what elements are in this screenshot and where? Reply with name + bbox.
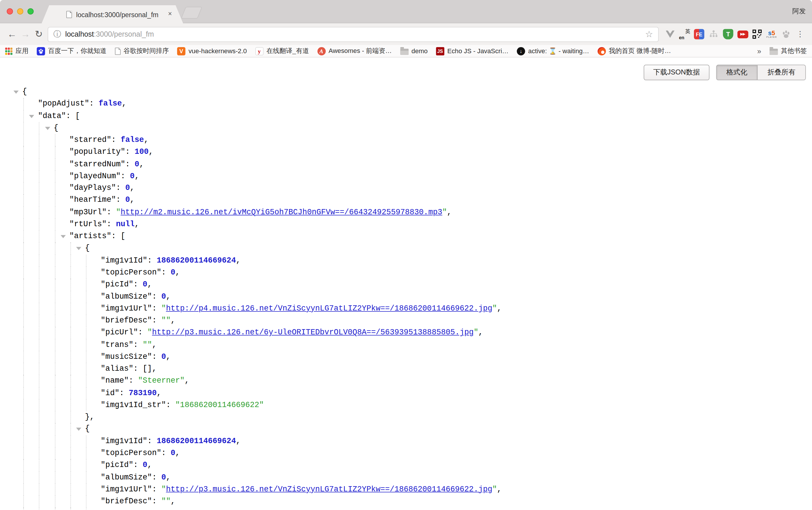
json-punctuation: , <box>478 328 483 337</box>
indent-guide <box>86 435 87 447</box>
json-line: "picId": 0, <box>0 459 812 471</box>
json-punctuation: , <box>171 317 175 325</box>
zoom-window-button[interactable] <box>27 8 33 14</box>
json-punctuation: , <box>157 389 162 397</box>
json-line: "trans": "", <box>0 339 812 351</box>
json-punctuation: , <box>497 485 502 494</box>
new-tab-button[interactable] <box>181 7 202 19</box>
json-punctuation: : <box>152 485 162 494</box>
bookmark-vue-hackernews[interactable]: V vue-hackernews-2.0 <box>177 47 247 55</box>
indent-guide <box>23 351 24 363</box>
address-bar[interactable]: ⓘ localhost :3000/personal_fm ☆ <box>48 27 659 42</box>
json-key: "topicPerson" <box>100 268 161 277</box>
collapse-toggle-icon[interactable] <box>60 235 66 238</box>
fe-toolbox-extension-icon[interactable]: FE <box>692 27 706 41</box>
qr-code-extension-icon[interactable] <box>750 27 764 41</box>
json-line: "dayPlays": 0, <box>0 182 812 194</box>
minimize-window-button[interactable] <box>17 8 23 14</box>
bookmark-weibo[interactable]: 我的首页 微博-随时… <box>598 47 671 55</box>
bookmark-awesomes[interactable]: A Awesomes - 前端资… <box>317 47 392 55</box>
indent-guide <box>23 267 24 278</box>
json-number: 0 <box>171 268 175 277</box>
indent-guide <box>70 291 71 303</box>
json-key: "mp3Url" <box>69 208 107 217</box>
indent-guide <box>39 327 39 339</box>
json-url-link[interactable]: http://p4.music.126.net/6y-UleORITEDbvrO… <box>152 509 474 509</box>
json-line: "picUrl": "http://p4.music.126.net/6y-Ul… <box>0 508 812 510</box>
tab-close-icon[interactable]: × <box>168 10 172 18</box>
json-string: "" <box>162 317 171 325</box>
indent-guide <box>70 375 71 387</box>
collapse-toggle-icon[interactable] <box>76 428 81 431</box>
json-punctuation: : <box>152 473 162 482</box>
collapse-toggle-icon[interactable] <box>29 115 34 118</box>
indent-guide <box>55 339 55 351</box>
vue-devtools-extension-icon[interactable] <box>663 27 677 41</box>
indent-guide <box>23 496 24 507</box>
json-punctuation: , <box>171 497 175 506</box>
browser-tab[interactable]: localhost:3000/personal_fm × <box>41 5 183 24</box>
bookmark-baidu[interactable]: 百度一下，你就知道 <box>37 47 106 55</box>
folder-icon <box>770 48 778 54</box>
json-line: "img1v1Url": "http://p4.music.126.net/Vn… <box>0 303 812 314</box>
json-punctuation: : <box>147 256 157 265</box>
bookmark-demo-folder[interactable]: demo <box>400 48 428 55</box>
other-bookmarks[interactable]: 其他书签 <box>770 47 807 55</box>
collapse-all-button[interactable]: 折叠所有 <box>757 65 805 80</box>
indent-guide <box>70 411 71 423</box>
close-window-button[interactable] <box>7 8 13 14</box>
indent-guide <box>23 423 24 435</box>
indent-guide <box>55 291 55 303</box>
download-json-button[interactable]: 下载JSON数据 <box>644 65 709 80</box>
collapse-toggle-icon[interactable] <box>13 91 19 94</box>
json-punctuation: : <box>162 449 171 458</box>
json-punctuation: : <box>125 160 135 168</box>
chrome-menu-icon[interactable]: ⋮ <box>793 29 807 39</box>
bookmark-download-active[interactable]: ↓ active: ⌛ - waiting… <box>517 47 589 55</box>
json-url-link[interactable]: http://m2.music.126.net/ivMcQYiG5oh7BCJh… <box>121 208 442 217</box>
indent-guide <box>86 471 87 483</box>
json-number: 0 <box>162 473 166 482</box>
json-key: "picId" <box>100 461 133 470</box>
collapse-toggle-icon[interactable] <box>45 127 50 130</box>
forward-icon[interactable]: → <box>19 29 32 39</box>
json-punctuation: : <box>152 497 162 506</box>
html5-player-extension-icon[interactable]: s5 PLAYER <box>764 27 779 41</box>
json-punctuation: , <box>166 352 171 361</box>
json-key: "picId" <box>100 280 133 289</box>
bookmark-star-icon[interactable]: ☆ <box>645 29 653 39</box>
indent-guide <box>86 399 87 411</box>
json-url-link[interactable]: http://p3.music.126.net/VnZiScyynLG7atLI… <box>166 485 492 494</box>
reload-icon[interactable]: ↻ <box>32 29 46 40</box>
bookmarks-overflow-icon[interactable]: » <box>757 47 761 55</box>
indent-guide <box>23 484 24 496</box>
indent-guide <box>39 134 39 146</box>
translate-extension-icon[interactable]: 英 en <box>677 27 692 41</box>
json-url-link[interactable]: http://p4.music.126.net/VnZiScyynLG7atLI… <box>166 304 492 313</box>
json-punctuation: { <box>22 88 27 96</box>
json-punctuation: , <box>144 136 149 145</box>
json-line: "briefDesc": "", <box>0 315 812 327</box>
bookmark-google-sorted[interactable]: 谷歌按时间排序 <box>115 47 169 55</box>
bookmark-youdao[interactable]: y 在线翻译_有道 <box>255 47 309 55</box>
json-url-link[interactable]: http://p3.music.126.net/6y-UleORITEDbvrO… <box>152 328 474 337</box>
collapse-toggle-icon[interactable] <box>76 247 81 250</box>
tampermonkey-extension-icon[interactable]: T <box>721 27 735 41</box>
video-speed-extension-icon[interactable]: ▶▶ <box>735 27 750 41</box>
bookmark-apps[interactable]: 应用 <box>5 47 29 55</box>
json-punctuation: : <box>138 509 147 509</box>
indent-guide <box>55 278 55 291</box>
indent-guide <box>23 435 24 447</box>
indent-guide <box>55 267 55 278</box>
paw-extension-icon[interactable] <box>779 27 793 41</box>
json-line: "artists": [ <box>0 231 812 242</box>
format-button[interactable]: 格式化 <box>716 65 757 80</box>
back-icon[interactable]: ← <box>5 29 19 39</box>
page-info-icon[interactable]: ⓘ <box>53 29 61 39</box>
profile-name[interactable]: 阿发 <box>792 7 806 16</box>
json-punctuation: : [], <box>134 365 157 373</box>
json-punctuation: : <box>116 196 125 205</box>
sitemap-extension-icon[interactable] <box>706 27 721 41</box>
bookmark-echojs[interactable]: JS Echo JS - JavaScri… <box>436 47 509 55</box>
json-punctuation: : <box>111 136 121 145</box>
